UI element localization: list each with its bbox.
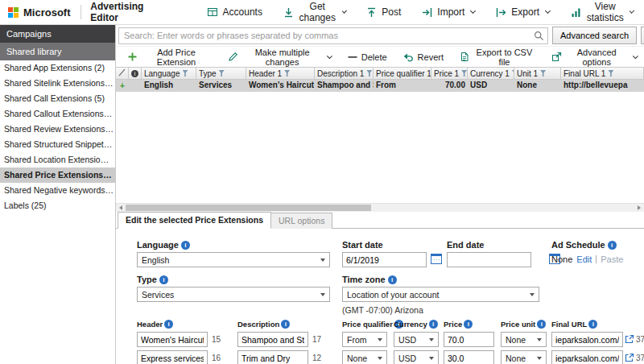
view-button[interactable]: V — [641, 27, 644, 44]
info-icon[interactable] — [537, 320, 546, 329]
price-unit-select-1[interactable]: None — [501, 332, 547, 347]
advanced-search-button[interactable]: Advanced search — [552, 27, 637, 44]
final-url-input-1[interactable] — [551, 332, 623, 347]
info-icon[interactable] — [464, 320, 473, 329]
export-csv-button[interactable]: Export to CSV file — [452, 45, 543, 69]
price-input-2[interactable] — [444, 350, 494, 364]
sidebar-item-shared-callout-extensions[interactable]: Shared Callout Extensions (14) — [0, 106, 115, 122]
qualifier-select-1[interactable]: From — [342, 332, 387, 347]
sidebar-section-campaigns[interactable]: Campaigns — [0, 25, 115, 43]
column-header-header1[interactable]: Header 1 — [246, 68, 315, 79]
sidebar-item-labels[interactable]: Labels (25) — [0, 198, 115, 213]
language-select[interactable]: English — [137, 252, 330, 267]
column-header-language[interactable]: Language — [142, 68, 196, 79]
sidebar-item-shared-negative-keywords[interactable]: Shared Negative keywords (13) — [0, 183, 115, 198]
tab-edit-price-extensions[interactable]: Edit the selected Price Extensions — [118, 212, 271, 229]
export-arrow-icon — [496, 7, 506, 18]
sidebar-item-shared-call-extensions[interactable]: Shared Call Extensions (5) — [0, 91, 115, 106]
import-button[interactable]: Import — [411, 3, 485, 21]
info-icon[interactable] — [164, 320, 173, 329]
view-statistics-button[interactable]: View statistics — [560, 0, 644, 27]
description-input-1[interactable] — [237, 332, 308, 347]
final-url-input-2[interactable] — [551, 350, 623, 364]
tab-url-options[interactable]: URL options — [271, 213, 332, 229]
scroll-right-button[interactable] — [634, 204, 644, 212]
currency-select-2[interactable]: USD — [394, 350, 439, 364]
sidebar-item-shared-location-extensions[interactable]: Shared Location Extensions (4) — [0, 152, 115, 168]
description-input-2[interactable] — [237, 350, 308, 364]
advanced-options-button[interactable]: Advanced options — [544, 45, 644, 69]
sidebar-item-shared-sitelink-extensions[interactable]: Shared Sitelink Extensions (9) — [0, 76, 115, 91]
end-date-input[interactable] — [447, 252, 531, 267]
sidebar-section-shared-library[interactable]: Shared library — [0, 43, 115, 60]
info-icon[interactable] — [388, 275, 397, 284]
column-header-change-status[interactable] — [116, 68, 129, 79]
column-header-type[interactable]: Type — [196, 68, 246, 79]
filter-icon[interactable] — [461, 70, 467, 77]
add-price-extension-button[interactable]: Add Price Extension — [121, 45, 219, 69]
search-input[interactable] — [118, 27, 548, 44]
sidebar-item-shared-review-extensions[interactable]: Shared Review Extensions (2) — [0, 122, 115, 137]
price-unit-select-2[interactable]: None — [501, 350, 547, 364]
filter-icon[interactable] — [219, 70, 225, 77]
top-actions: Accounts Get changes Post Import Export — [196, 0, 644, 27]
get-changes-button[interactable]: Get changes — [273, 0, 356, 27]
search-icon[interactable] — [534, 31, 544, 43]
external-link-icon[interactable] — [625, 353, 634, 362]
ad-schedule-paste-link[interactable]: Paste — [601, 254, 623, 264]
table-row[interactable]: + English Services Women's Haircut Shamp… — [116, 80, 644, 92]
column-header-price-qualifier1[interactable]: Price qualifier 1 — [374, 68, 431, 79]
accounts-icon — [207, 6, 218, 18]
info-icon[interactable] — [159, 275, 168, 284]
triangle-right-icon — [638, 205, 641, 210]
ad-schedule-edit-link[interactable]: Edit — [576, 254, 592, 264]
column-header-info[interactable] — [129, 68, 142, 79]
filter-icon[interactable] — [608, 70, 613, 77]
char-count: 16 — [212, 354, 221, 362]
filter-icon[interactable] — [366, 70, 372, 77]
top-bar: Microsoft Advertising Editor Accounts Ge… — [0, 0, 644, 25]
header-input-2[interactable] — [137, 350, 208, 364]
make-multiple-changes-button[interactable]: Make multiple changes — [221, 45, 339, 69]
revert-label: Revert — [418, 52, 444, 62]
scroll-left-button[interactable] — [116, 204, 126, 212]
column-header-currency1[interactable]: Currency 1 — [468, 68, 514, 79]
scrollbar-track[interactable] — [126, 204, 634, 212]
header-input-1[interactable] — [137, 332, 208, 347]
filter-icon[interactable] — [284, 70, 290, 77]
info-icon[interactable] — [588, 320, 597, 329]
info-icon[interactable] — [429, 320, 438, 329]
delete-button[interactable]: Delete — [341, 50, 394, 64]
currency-select-1[interactable]: USD — [394, 332, 439, 347]
info-icon[interactable] — [608, 241, 617, 250]
filter-icon[interactable] — [183, 70, 188, 77]
accounts-button[interactable]: Accounts — [196, 3, 273, 21]
column-header-price1[interactable]: Price 1 — [431, 68, 468, 79]
horizontal-scrollbar[interactable] — [116, 203, 644, 212]
export-button[interactable]: Export — [485, 3, 560, 21]
chevron-down-icon — [341, 8, 346, 13]
column-header-final-url1[interactable]: Final URL 1 — [561, 68, 644, 79]
type-select[interactable]: Services — [137, 287, 330, 302]
sidebar: Campaigns Shared library Shared App Exte… — [0, 25, 116, 364]
scrollbar-thumb[interactable] — [126, 205, 371, 211]
price-input-1[interactable] — [444, 332, 494, 347]
post-button[interactable]: Post — [356, 3, 411, 21]
sidebar-item-shared-app-extensions[interactable]: Shared App Extensions (2) — [0, 60, 115, 76]
filter-icon[interactable] — [540, 70, 546, 77]
revert-button[interactable]: Revert — [396, 49, 451, 64]
qualifier-select-2[interactable]: None — [342, 350, 387, 364]
start-date-calendar-icon[interactable] — [431, 254, 442, 264]
column-header-unit1[interactable]: Unit 1 — [514, 68, 561, 79]
sidebar-item-shared-price-extensions[interactable]: Shared Price Extensions (1) — [0, 168, 115, 183]
info-icon[interactable] — [281, 320, 290, 329]
chevron-down-icon — [537, 338, 542, 341]
start-date-input[interactable] — [342, 252, 427, 267]
info-icon[interactable] — [181, 241, 190, 250]
timezone-select[interactable]: Location of your account — [342, 287, 539, 302]
type-label: Type — [137, 275, 168, 284]
grid-price-unit-label: Price unit — [501, 320, 546, 329]
external-link-icon[interactable] — [625, 334, 634, 344]
sidebar-item-shared-structured-snippet-extensions[interactable]: Shared Structured Snippet Extensions (3) — [0, 137, 115, 152]
column-header-description1[interactable]: Description 1 — [315, 68, 374, 79]
